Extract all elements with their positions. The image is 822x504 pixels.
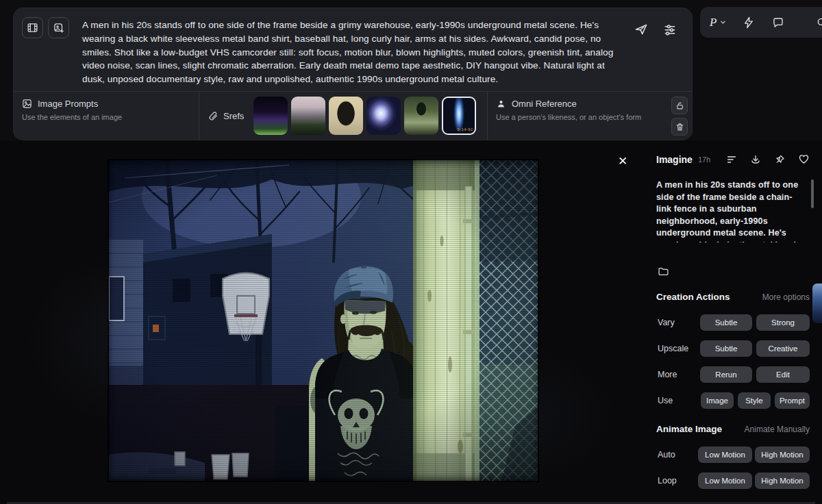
download-button[interactable] (749, 153, 762, 166)
row-label: More (658, 370, 677, 379)
film-icon (27, 22, 38, 34)
auto-low-motion-button[interactable]: Low Motion (698, 446, 752, 463)
thumbnail-date-stamp: 5-14-92 (458, 127, 473, 131)
image-prompts-section[interactable]: Image Prompts Use the elements of an ima… (14, 92, 199, 140)
lightning-icon (743, 16, 755, 29)
edit-button[interactable]: Edit (756, 366, 810, 383)
heart-icon (798, 153, 810, 165)
prompt-actions (626, 17, 682, 91)
person-icon (496, 99, 506, 109)
srefs-title: Srefs (223, 111, 244, 121)
auto-high-motion-button[interactable]: High Motion (755, 446, 810, 463)
church-crowd-thumbnail[interactable] (404, 97, 438, 135)
options-button[interactable] (725, 153, 738, 166)
row-label: Auto (658, 450, 675, 459)
close-button[interactable]: ✕ (614, 153, 631, 170)
row-label: Upscale (658, 344, 688, 353)
video-mode-button[interactable] (22, 17, 43, 38)
animate-manually-link[interactable]: Animate Manually (745, 425, 810, 434)
trash-icon (675, 123, 684, 131)
auto-animate-row: Auto Low Motion High Motion (658, 446, 810, 463)
use-image-button[interactable]: Image (701, 392, 734, 409)
vary-subtle-button[interactable]: Subtle (700, 314, 752, 331)
prompt-scrollbar[interactable] (811, 179, 814, 208)
creation-actions-title: Creation Actions (656, 292, 730, 302)
image-prompts-icon (22, 99, 32, 109)
animate-image-header: Animate Image Animate Manually (656, 424, 810, 434)
delete-button[interactable] (671, 118, 688, 136)
chevron-down-icon (719, 18, 727, 26)
prompt-row: A men in his 20s stands off to one side … (14, 8, 692, 92)
top-bar-area: A men in his 20s stands off to one side … (0, 0, 822, 140)
download-icon (750, 154, 761, 165)
omni-reference-section[interactable]: Omni Reference Use a person's likeness, … (488, 92, 667, 140)
prompt-input[interactable]: A men in his 20s stands off to one side … (82, 18, 626, 91)
sref-thumbnails: 5-14-92 (253, 97, 476, 135)
purple-trees-thumbnail[interactable] (253, 97, 288, 135)
job-type-title: Imagine (656, 154, 693, 165)
animate-image-title: Animate Image (656, 424, 722, 434)
creation-actions-header: Creation Actions More options (656, 292, 810, 302)
pale-pole (413, 159, 476, 482)
send-button[interactable] (633, 21, 649, 38)
reference-controls (667, 92, 692, 140)
vary-strong-button[interactable]: Strong (756, 314, 810, 331)
cloaked-figure-thumbnail[interactable] (329, 97, 363, 135)
use-prompt-button[interactable]: Prompt (775, 392, 810, 409)
personalization-button[interactable]: P (710, 16, 727, 29)
add-image-button[interactable] (48, 17, 69, 38)
paperclip-icon (208, 111, 219, 121)
loop-low-motion-button[interactable]: Low Motion (698, 473, 752, 489)
details-header: Imagine 17h (656, 152, 811, 166)
starburst-thumbnail[interactable] (366, 97, 401, 135)
lock-icon (675, 101, 684, 110)
send-icon (634, 23, 648, 36)
generated-image[interactable] (108, 159, 539, 482)
row-label: Loop (658, 476, 677, 486)
glowing-cross-thumbnail[interactable]: 5-14-92 (442, 97, 476, 135)
more-options-link[interactable]: More options (762, 292, 810, 302)
suburban-house-thumbnail[interactable] (291, 97, 325, 135)
upscale-creative-button[interactable]: Creative (756, 340, 810, 357)
job-prompt-text[interactable]: A men in his 20s stands off to one side … (656, 179, 806, 242)
details-panel: Imagine 17h (656, 152, 811, 504)
use-style-button[interactable]: Style (738, 392, 771, 409)
image-prompts-title: Image Prompts (38, 99, 98, 109)
personalization-label: P (710, 16, 717, 29)
lock-button[interactable] (671, 97, 688, 114)
add-image-icon (53, 22, 64, 34)
search-button[interactable] (814, 15, 822, 30)
chain-link-fence (475, 159, 539, 482)
sort-icon (726, 154, 737, 165)
upscale-row: Upscale Subtle Creative (658, 340, 810, 357)
pin-icon (774, 154, 785, 165)
references-row: Image Prompts Use the elements of an ima… (14, 92, 692, 140)
srefs-section: Srefs 5-14-92 (199, 92, 487, 140)
prompt-panel: A men in his 20s stands off to one side … (14, 8, 692, 140)
pin-button[interactable] (773, 153, 786, 166)
chat-button[interactable] (771, 15, 786, 30)
loop-high-motion-button[interactable]: High Motion (755, 473, 810, 489)
vhs-photo-illustration (108, 159, 539, 482)
tune-icon (663, 23, 677, 36)
vary-row: Vary Subtle Strong (658, 314, 810, 331)
rerun-button[interactable]: Rerun (700, 366, 752, 383)
top-right-toolbar: P (700, 7, 822, 38)
like-button[interactable] (797, 152, 811, 166)
upscale-subtle-button[interactable]: Subtle (700, 340, 752, 357)
settings-button[interactable] (662, 21, 678, 38)
next-image-peek[interactable] (812, 284, 822, 323)
chat-icon (772, 16, 784, 29)
loop-animate-row: Loop Low Motion High Motion (658, 473, 810, 489)
more-row: More Rerun Edit (658, 366, 810, 383)
folder-button-sidebar[interactable] (658, 266, 669, 277)
folder-icon (658, 266, 669, 277)
row-label: Vary (658, 318, 675, 327)
image-prompts-subtitle: Use the elements of an image (22, 113, 199, 121)
fast-mode-button[interactable] (741, 15, 756, 30)
search-icon (816, 16, 822, 29)
row-label: Use (658, 396, 673, 405)
use-row: Use Image Style Prompt (658, 392, 810, 409)
omni-reference-title: Omni Reference (512, 99, 577, 109)
omni-reference-subtitle: Use a person's likeness, or an object's … (496, 113, 667, 121)
